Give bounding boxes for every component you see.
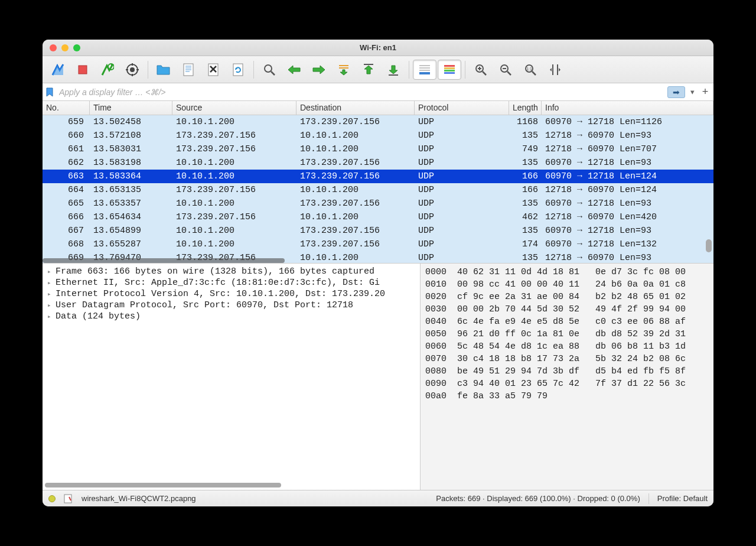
packet-cell-info: 12718 → 60970 Len=707 [542,144,713,154]
details-tree-item[interactable]: ▸ User Datagram Protocol, Src Port: 6097… [43,300,420,311]
go-back-button[interactable] [282,60,306,80]
capture-options-button[interactable] [120,60,144,80]
svg-line-32 [483,72,486,75]
disclosure-triangle-icon[interactable]: ▸ [47,268,56,275]
svg-rect-16 [233,64,243,76]
zoom-in-button[interactable] [469,60,493,80]
packet-cell-src: 10.10.1.200 [172,158,296,168]
packet-cell-len: 135 [509,131,542,141]
packet-cell-dst: 10.10.1.200 [296,131,415,141]
save-file-button[interactable] [177,60,200,80]
details-tree-item[interactable]: ▸ Data (124 bytes) [43,311,420,322]
details-tree-item[interactable]: ▸ Internet Protocol Version 4, Src: 10.1… [43,288,420,300]
packet-row[interactable]: 66313.58336410.10.1.200173.239.207.156UD… [43,170,713,183]
details-tree-item[interactable]: ▸ Frame 663: 166 bytes on wire (1328 bit… [43,266,420,277]
packet-row[interactable]: 66713.65489910.10.1.200173.239.207.156UD… [43,224,713,238]
packet-cell-len: 166 [509,185,542,195]
disclosure-triangle-icon[interactable]: ▸ [47,279,56,287]
svg-line-18 [271,72,275,75]
column-header-source[interactable]: Source [172,101,296,115]
svg-rect-29 [444,70,455,72]
add-filter-button[interactable]: + [699,86,711,98]
go-to-first-button[interactable] [357,60,380,80]
expert-info-indicator[interactable] [48,495,56,502]
packet-cell-dst: 10.10.1.200 [296,212,415,222]
packet-cell-src: 10.10.1.200 [172,171,296,181]
column-header-no[interactable]: No. [43,101,90,115]
packet-cell-src: 173.239.207.156 [172,185,296,195]
packet-cell-no: 659 [43,117,90,127]
disclosure-triangle-icon[interactable]: ▸ [47,290,56,298]
disclosure-triangle-icon[interactable]: ▸ [47,313,56,320]
svg-rect-27 [444,65,455,67]
zoom-reset-button[interactable]: 1:1 [519,60,542,80]
column-header-time[interactable]: Time [90,101,172,115]
column-header-length[interactable]: Length [509,101,542,115]
toolbar-separator [409,61,409,79]
profile-label[interactable]: Profile: Default [657,494,708,503]
go-forward-button[interactable] [307,60,331,80]
open-file-button[interactable] [152,60,175,80]
svg-point-3 [130,67,135,72]
zoom-out-button[interactable] [494,60,517,80]
column-header-info[interactable]: Info [542,101,713,115]
filter-history-dropdown[interactable]: ▾ [687,87,697,96]
auto-scroll-toggle[interactable] [413,60,436,80]
display-filter-input[interactable] [57,86,665,98]
packet-row[interactable]: 66413.653135173.239.207.15610.10.1.200UD… [43,183,713,197]
packet-cell-time: 13.654634 [90,212,172,222]
toolbar-separator [465,61,465,79]
toolbar-separator [253,61,254,79]
packet-row[interactable]: 66813.65528710.10.1.200173.239.207.156UD… [43,238,713,251]
horizontal-scrollbar-thumb[interactable] [43,258,285,263]
packet-row[interactable]: 66213.58319810.10.1.200173.239.207.156UD… [43,156,713,170]
svg-line-39 [532,72,536,75]
packet-bytes-pane[interactable]: 0000 40 62 31 11 0d 4d 18 81 0e d7 3c fc… [421,264,713,490]
go-to-last-button[interactable] [382,60,405,80]
vertical-scrollbar-thumb[interactable] [706,239,712,252]
packet-cell-info: 60970 → 12718 Len=93 [542,158,713,168]
lower-panes: ▸ Frame 663: 166 bytes on wire (1328 bit… [43,263,713,490]
packet-cell-dst: 10.10.1.200 [296,144,415,154]
packet-cell-proto: UDP [415,199,509,209]
go-to-packet-button[interactable] [332,60,356,80]
window-title: Wi-Fi: en1 [43,43,713,52]
packet-row[interactable]: 66613.654634173.239.207.15610.10.1.200UD… [43,210,713,224]
capture-file-properties-icon[interactable] [64,494,73,503]
close-file-button[interactable] [201,60,225,80]
packet-cell-proto: UDP [415,239,509,249]
find-packet-button[interactable] [258,60,281,80]
packet-cell-proto: UDP [415,253,509,263]
status-bar: wireshark_Wi-Fi8QCWT2.pcapng Packets: 66… [43,490,713,506]
packet-cell-len: 166 [509,171,542,181]
packet-row[interactable]: 65913.50245810.10.1.200173.239.207.156UD… [43,115,713,129]
packet-cell-info: 60970 → 12718 Len=93 [542,226,713,236]
packet-cell-len: 135 [509,199,542,209]
packet-list-header: No. Time Source Destination Protocol Len… [43,101,713,115]
reload-file-button[interactable] [226,60,250,80]
packet-row[interactable]: 66013.572108173.239.207.15610.10.1.200UD… [43,129,713,142]
packet-row[interactable]: 66113.583031173.239.207.15610.10.1.200UD… [43,142,713,156]
packet-details-pane[interactable]: ▸ Frame 663: 166 bytes on wire (1328 bit… [43,264,421,490]
display-filter-bar: ➡ ▾ + [43,83,713,101]
packet-list[interactable]: 65913.50245810.10.1.200173.239.207.156UD… [43,115,713,263]
apply-filter-button[interactable]: ➡ [667,86,685,98]
packet-cell-len: 135 [509,158,542,168]
packet-row[interactable]: 66513.65335710.10.1.200173.239.207.156UD… [43,197,713,210]
colorize-toggle[interactable] [438,60,461,80]
restart-capture-button[interactable] [96,60,119,80]
packet-cell-dst: 173.239.207.156 [296,226,415,236]
packet-cell-len: 1168 [509,117,542,127]
start-capture-button[interactable] [46,60,70,80]
packet-cell-time: 13.583364 [90,171,172,181]
packet-cell-src: 173.239.207.156 [172,144,296,154]
column-header-protocol[interactable]: Protocol [415,101,509,115]
bookmark-filter-icon[interactable] [45,87,54,97]
disclosure-triangle-icon[interactable]: ▸ [47,301,56,309]
resize-columns-button[interactable] [543,60,567,80]
details-horizontal-scrollbar[interactable] [45,483,281,488]
app-window: Wi-Fi: en1 [43,40,713,506]
stop-capture-button[interactable] [71,60,94,80]
column-header-destination[interactable]: Destination [296,101,415,115]
details-tree-item[interactable]: ▸ Ethernet II, Src: Apple_d7:3c:fc (18:8… [43,277,420,288]
